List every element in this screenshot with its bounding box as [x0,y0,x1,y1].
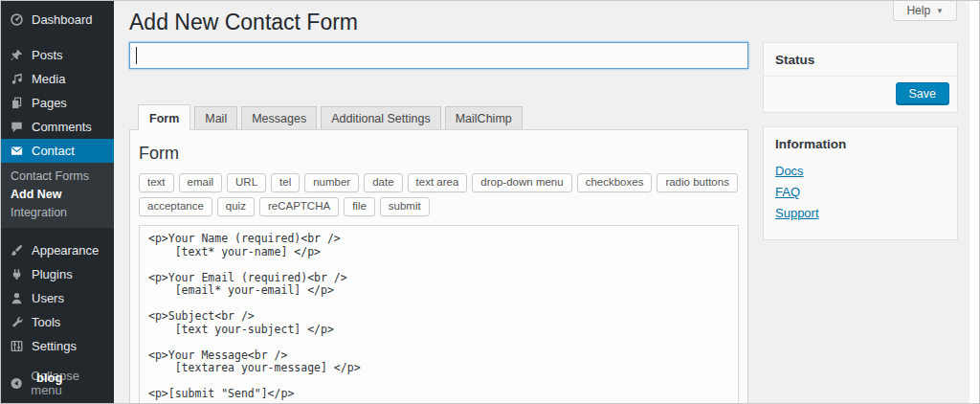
sidebar-item-label: Tools [32,315,60,329]
sidebar-item-pages[interactable]: Pages [1,91,114,115]
tag-button-date[interactable]: date [364,173,402,192]
submenu-item-add-new[interactable]: Add New [1,186,114,204]
sidebar-item-label: Plugins [32,267,73,281]
tag-button-tel[interactable]: tel [271,173,300,192]
speech-bubble-icon [10,120,24,134]
plug-icon [10,267,24,281]
menu-separator [1,230,114,238]
faq-link[interactable]: FAQ [775,185,800,199]
submenu-item-integration[interactable]: Integration [1,204,114,222]
form-title-field-wrap [129,42,748,69]
tab-mail[interactable]: Mail [194,106,237,129]
editor-main-column: Add New Contact Form Form Mail Messages … [129,1,748,404]
information-links: Docs FAQ Support [764,160,957,239]
tab-messages[interactable]: Messages [241,106,317,129]
tag-button-radio-buttons[interactable]: radio buttons [657,173,738,192]
pushpin-icon [10,48,24,62]
tag-button-acceptance[interactable]: acceptance [139,197,212,216]
sidebar-item-posts[interactable]: Posts [1,43,114,67]
information-panel-title: Information [764,127,957,160]
sidebar-item-dashboard[interactable]: Dashboard [1,8,114,32]
form-editor-panel: Form text email URL tel number date text… [129,129,748,404]
sidebar-item-label: Settings [32,339,77,353]
sidebar-item-label: Posts [32,48,63,62]
support-link[interactable]: Support [775,206,819,220]
tag-button-recaptcha[interactable]: reCAPTCHA [259,197,339,216]
sidebar-item-label: Media [32,72,65,86]
admin-menu-lower: Appearance Plugins Users Tools Settings [1,228,114,358]
sidebar-item-settings[interactable]: Settings [1,334,114,358]
tag-button-text[interactable]: text [139,173,174,192]
settings-sliders-icon [10,339,24,353]
contact-submenu: Contact Forms Add New Integration [1,163,114,228]
collapse-arrow-icon [10,376,23,391]
pages-icon [10,96,24,110]
chevron-down-icon: ▼ [936,7,944,15]
sidebar-item-plugins[interactable]: Plugins [1,262,114,286]
tab-additional-settings[interactable]: Additional Settings [321,106,441,129]
collapse-menu-button[interactable]: Collapse menu blog [1,364,114,402]
sidebar-item-label: Appearance [32,243,99,258]
tag-button-email[interactable]: email [179,173,222,192]
form-panel-heading: Form [139,144,739,164]
tag-button-submit[interactable]: submit [380,197,430,216]
sidebar-item-comments[interactable]: Comments [1,115,114,139]
sidebar-item-label: Contact [32,144,75,158]
tab-mailchimp[interactable]: MailChimp [445,106,523,129]
site-name-overlay: blog [36,370,62,385]
brush-icon [10,243,24,258]
wrench-icon [10,315,24,329]
tag-button-drop-down-menu[interactable]: drop-down menu [472,173,571,192]
save-button[interactable]: Save [896,82,950,105]
sidebar-item-label: Pages [32,96,67,110]
tab-form[interactable]: Form [138,104,190,130]
sidebar-item-label: Users [32,291,64,305]
dashboard-gauge-icon [10,12,24,27]
music-note-icon [10,72,24,86]
tag-button-url[interactable]: URL [227,173,266,192]
envelope-icon [10,144,24,158]
sidebar-item-label: Comments [32,120,92,134]
sidebar-item-tools[interactable]: Tools [1,310,114,334]
sidebar-item-contact[interactable]: Contact [1,139,114,163]
tag-button-checkboxes[interactable]: checkboxes [577,173,653,192]
admin-menu: Dashboard Posts Media Pages Comments C [1,1,114,163]
editor-tabs: Form Mail Messages Additional Settings M… [129,104,748,129]
tag-button-quiz[interactable]: quiz [217,197,255,216]
sidebar-item-media[interactable]: Media [1,67,114,91]
docs-link[interactable]: Docs [775,164,804,178]
status-panel-title: Status [764,43,957,76]
information-panel: Information Docs FAQ Support [763,126,958,240]
submenu-item-contact-forms[interactable]: Contact Forms [1,168,114,186]
form-title-input[interactable] [129,42,748,69]
help-button-label: Help [906,4,930,17]
admin-sidebar: Dashboard Posts Media Pages Comments C [1,1,114,403]
help-button[interactable]: Help ▼ [893,1,957,21]
tag-button-number[interactable]: number [304,173,359,192]
tag-button-text-area[interactable]: text area [408,173,468,192]
form-template-textarea[interactable]: <p>Your Name (required)<br /> [text* you… [139,225,739,404]
person-icon [10,291,24,305]
admin-content-area: Help ▼ Add New Contact Form Form Mail Me… [114,1,969,403]
status-panel: Status Save [763,42,958,113]
tag-button-file[interactable]: file [344,197,375,216]
sidebar-item-users[interactable]: Users [1,286,114,310]
text-cursor [136,47,137,64]
sidebar-item-label: Dashboard [32,12,93,27]
tag-generator-buttons: text email URL tel number date text area… [139,173,739,216]
wordpress-admin-window: Dashboard Posts Media Pages Comments C [0,0,980,404]
editor-columns: Add New Contact Form Form Mail Messages … [129,1,958,404]
page-title: Add New Contact Form [129,1,748,42]
status-panel-body: Save [764,77,957,112]
menu-separator [1,32,114,43]
editor-side-column: Status Save Information Docs FAQ Support [763,1,958,254]
sidebar-item-appearance[interactable]: Appearance [1,238,114,262]
